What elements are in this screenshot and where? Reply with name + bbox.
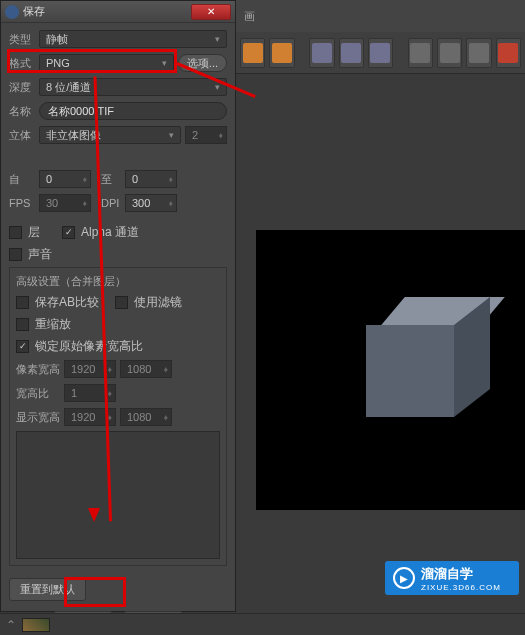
- watermark-url: ZIXUE.3D66.COM: [421, 583, 501, 592]
- tool-button-2[interactable]: [269, 38, 294, 68]
- keep-ab-label: 保存AB比较: [35, 294, 99, 311]
- advanced-fieldset: 高级设置（合并图层） 保存AB比较 使用滤镜 重缩放 锁定原始像素宽高比 像素宽…: [9, 267, 227, 566]
- tool-button-9[interactable]: [496, 38, 521, 68]
- keep-ab-checkbox[interactable]: [16, 296, 29, 309]
- tool-button-4[interactable]: [339, 38, 364, 68]
- to-input[interactable]: 0: [125, 170, 177, 188]
- name-input[interactable]: 名称0000.TIF: [39, 102, 227, 120]
- use-filter-label: 使用滤镜: [134, 294, 182, 311]
- format-label: 格式: [9, 56, 39, 71]
- app-icon: [5, 5, 19, 19]
- dialog-titlebar: 保存 ✕: [1, 1, 235, 23]
- pixel-width-input[interactable]: 1920: [64, 360, 116, 378]
- material-swatch[interactable]: [22, 618, 50, 632]
- menu-item[interactable]: 画: [244, 9, 255, 24]
- watermark-badge: ▶ 溜溜自学 ZIXUE.3D66.COM: [385, 561, 519, 595]
- from-label: 自: [9, 172, 39, 187]
- rescale-checkbox[interactable]: [16, 318, 29, 331]
- format-dropdown[interactable]: PNG: [39, 54, 174, 72]
- stereo-count-input[interactable]: 2: [185, 126, 227, 144]
- alpha-label: Alpha 通道: [81, 224, 139, 241]
- name-label: 名称: [9, 104, 39, 119]
- dpi-input[interactable]: 300: [125, 194, 177, 212]
- display-wh-label: 显示宽高: [16, 410, 64, 425]
- tool-button-1[interactable]: [240, 38, 265, 68]
- advanced-title: 高级设置（合并图层）: [16, 274, 220, 289]
- arrow-head-icon: [88, 508, 100, 522]
- layers-checkbox[interactable]: [9, 226, 22, 239]
- render-preview: [256, 230, 525, 510]
- menu-bar: 画: [236, 0, 525, 32]
- chevron-up-icon[interactable]: ⌃: [6, 618, 16, 632]
- sound-label: 声音: [28, 246, 52, 263]
- save-dialog: 保存 ✕ 类型 静帧 格式 PNG 选项... 深度 8 位/通道 名称 名称0…: [0, 0, 236, 612]
- tool-button-6[interactable]: [408, 38, 433, 68]
- depth-label: 深度: [9, 80, 39, 95]
- aspect-input[interactable]: 1: [64, 384, 116, 402]
- play-icon: ▶: [393, 567, 415, 589]
- close-icon: ✕: [207, 6, 215, 17]
- alpha-checkbox[interactable]: [62, 226, 75, 239]
- dpi-label: DPI: [101, 197, 125, 209]
- type-dropdown[interactable]: 静帧: [39, 30, 227, 48]
- display-height-input[interactable]: 1080: [120, 408, 172, 426]
- dialog-title: 保存: [23, 4, 191, 19]
- aspect-label: 宽高比: [16, 386, 64, 401]
- options-button[interactable]: 选项...: [178, 54, 227, 72]
- main-viewport: 画 ▶ 溜溜自学 ZIXUE.3D66.COM: [236, 0, 525, 635]
- preview-area: [16, 431, 220, 559]
- use-filter-checkbox[interactable]: [115, 296, 128, 309]
- to-label: 至: [101, 172, 125, 187]
- lock-ratio-checkbox[interactable]: [16, 340, 29, 353]
- sound-checkbox[interactable]: [9, 248, 22, 261]
- stereo-dropdown[interactable]: 非立体图像: [39, 126, 181, 144]
- reset-button[interactable]: 重置到默认: [9, 578, 86, 601]
- pixel-height-input[interactable]: 1080: [120, 360, 172, 378]
- toolbar: [236, 32, 525, 74]
- fps-input[interactable]: 30: [39, 194, 91, 212]
- type-label: 类型: [9, 32, 39, 47]
- close-button[interactable]: ✕: [191, 4, 231, 20]
- depth-dropdown[interactable]: 8 位/通道: [39, 78, 227, 96]
- tool-button-8[interactable]: [466, 38, 491, 68]
- stereo-label: 立体: [9, 128, 39, 143]
- watermark-brand: 溜溜自学: [421, 565, 501, 583]
- cube-object: [366, 315, 466, 415]
- pixel-wh-label: 像素宽高: [16, 362, 64, 377]
- layers-label: 层: [28, 224, 40, 241]
- tool-button-5[interactable]: [368, 38, 393, 68]
- fps-label: FPS: [9, 197, 39, 209]
- from-input[interactable]: 0: [39, 170, 91, 188]
- rescale-label: 重缩放: [35, 316, 71, 333]
- status-bar: ⌃: [0, 613, 525, 635]
- lock-ratio-label: 锁定原始像素宽高比: [35, 338, 143, 355]
- tool-button-3[interactable]: [309, 38, 334, 68]
- tool-button-7[interactable]: [437, 38, 462, 68]
